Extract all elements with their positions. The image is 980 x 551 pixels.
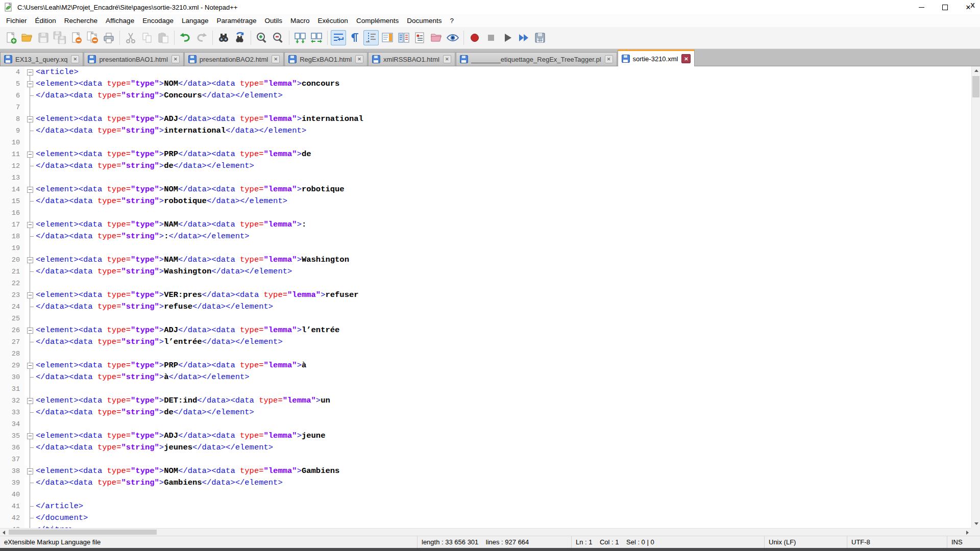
code-line[interactable]: 7 [0,102,971,113]
document-list-icon[interactable] [396,30,411,45]
code-line[interactable]: 12</data><data type="string">de</data></… [0,160,971,172]
fold-collapse-icon[interactable] [24,430,36,442]
code-line[interactable]: 32<element><data type="type">DET:ind</da… [0,395,971,407]
copy-icon[interactable] [139,30,155,45]
menu-item-complments[interactable]: Compléments [352,17,403,24]
code-line[interactable]: 8<element><data type="type">ADJ</data><d… [0,113,971,125]
run-macro-multiple-icon[interactable] [516,30,531,45]
new-file-icon[interactable] [3,30,18,45]
code-line[interactable]: 35<element><data type="type">ADJ</data><… [0,430,971,442]
code-line[interactable]: 34 [0,418,971,430]
code-lines[interactable]: 4<article>5<element><data type="type">NO… [0,66,971,528]
code-line[interactable]: 28 [0,348,971,360]
cut-icon[interactable] [123,30,138,45]
close-button[interactable]: ✕ [957,0,980,14]
show-indent-guide-icon[interactable] [363,30,379,45]
code-line[interactable]: 20<element><data type="type">NAM</data><… [0,254,971,266]
fold-collapse-icon[interactable] [24,219,36,231]
fold-collapse-icon[interactable] [24,360,36,371]
monitoring-icon[interactable] [445,30,460,45]
code-line[interactable]: 17<element><data type="type">NAM</data><… [0,219,971,231]
code-line[interactable]: 37 [0,454,971,465]
show-all-characters-icon[interactable] [347,30,362,45]
sync-vertical-scroll-icon[interactable] [292,30,308,45]
save-recorded-macro-icon[interactable] [532,30,548,45]
document-map-icon[interactable] [380,30,395,45]
menu-item-help[interactable]: ? [446,17,458,24]
tab-close-icon[interactable]: ✕ [172,55,180,63]
scroll-left-arrow-icon[interactable] [0,529,8,536]
fold-collapse-icon[interactable] [24,465,36,477]
fold-collapse-icon[interactable] [24,66,36,78]
menu-item-dition[interactable]: Édition [31,17,60,24]
code-line[interactable]: 33</data><data type="string">de</data></… [0,407,971,418]
tab-close-icon[interactable]: ✕ [681,54,691,63]
code-line[interactable]: 38<element><data type="type">NOM</data><… [0,465,971,477]
status-encoding[interactable]: UTF-8 [847,536,947,548]
code-line[interactable]: 25 [0,313,971,324]
code-line[interactable]: 23<element><data type="type">VER:pres</d… [0,289,971,301]
fold-collapse-icon[interactable] [24,395,36,407]
tab-close-icon[interactable]: ✕ [272,55,280,63]
menu-item-documents[interactable]: Documents [403,17,446,24]
scroll-down-arrow-icon[interactable] [972,519,980,528]
code-line[interactable]: 16 [0,207,971,219]
status-eol-format[interactable]: Unix (LF) [765,536,847,548]
menu-item-excution[interactable]: Exécution [314,17,352,24]
code-line[interactable]: 26<element><data type="type">ADJ</data><… [0,324,971,336]
fold-collapse-icon[interactable] [24,324,36,336]
menu-item-recherche[interactable]: Recherche [60,17,102,24]
code-line[interactable]: 39</data><data type="string">Gambiens</d… [0,477,971,489]
tab-close-icon[interactable]: ✕ [355,55,363,63]
fold-collapse-icon[interactable] [24,254,36,266]
undo-icon[interactable] [178,30,193,45]
word-wrap-icon[interactable] [331,30,346,45]
find-icon[interactable] [216,30,231,45]
horizontal-scrollbar[interactable] [0,528,971,536]
save-icon[interactable] [36,30,51,45]
open-file-icon[interactable] [19,30,35,45]
close-all-icon[interactable] [85,30,100,45]
menu-item-macro[interactable]: Macro [286,17,314,24]
code-line[interactable]: 9</data><data type="string">internationa… [0,125,971,137]
editor-area[interactable]: 4<article>5<element><data type="type">NO… [0,66,980,536]
sync-horizontal-scroll-icon[interactable] [309,30,324,45]
menu-item-encodage[interactable]: Encodage [138,17,178,24]
tab-close-icon[interactable]: ✕ [71,55,79,63]
code-line[interactable]: 10 [0,137,971,148]
scroll-right-arrow-icon[interactable] [964,529,971,536]
fold-collapse-icon[interactable] [24,184,36,195]
folder-as-workspace-icon[interactable] [429,30,444,45]
code-line[interactable]: 19 [0,242,971,254]
code-line[interactable]: 41</article> [0,500,971,512]
print-icon[interactable] [101,30,116,45]
horizontal-scrollbar-thumb[interactable] [9,530,157,535]
minimize-button[interactable] [910,0,933,14]
menu-item-paramtrage[interactable]: Paramétrage [213,17,261,24]
close-icon[interactable] [68,30,84,45]
code-line[interactable]: 43</titre> [0,524,971,528]
code-line[interactable]: 11<element><data type="type">PRP</data><… [0,148,971,160]
menu-item-fichier[interactable]: Fichier [2,17,31,24]
code-line[interactable]: 27</data><data type="string">l’entrée</d… [0,336,971,348]
fold-collapse-icon[interactable] [24,78,36,90]
save-all-icon[interactable] [52,30,67,45]
vertical-scrollbar-thumb[interactable] [972,76,979,97]
tab-close-icon[interactable]: ✕ [443,55,451,63]
zoom-out-icon[interactable] [271,30,286,45]
paste-icon[interactable] [156,30,171,45]
code-line[interactable]: 42</document> [0,512,971,524]
code-line[interactable]: 22 [0,278,971,289]
code-line[interactable]: 21</data><data type="string">Washington<… [0,266,971,278]
code-line[interactable]: 6</data><data type="string">Concours</da… [0,90,971,102]
function-list-icon[interactable] [412,30,428,45]
zoom-in-icon[interactable] [254,30,270,45]
tab-presentationBAO1.html[interactable]: presentationBAO1.html✕ [84,52,183,66]
vertical-scrollbar[interactable] [971,66,980,528]
replace-icon[interactable] [232,30,248,45]
code-line[interactable]: 5<element><data type="type">NOM</data><d… [0,78,971,90]
tab-xmlRSSBAO1.html[interactable]: xmlRSSBAO1.html✕ [368,52,455,66]
status-insert-mode[interactable]: INS [947,536,980,548]
start-recording-icon[interactable] [467,30,482,45]
code-line[interactable]: 36</data><data type="string">jeunes</dat… [0,442,971,454]
